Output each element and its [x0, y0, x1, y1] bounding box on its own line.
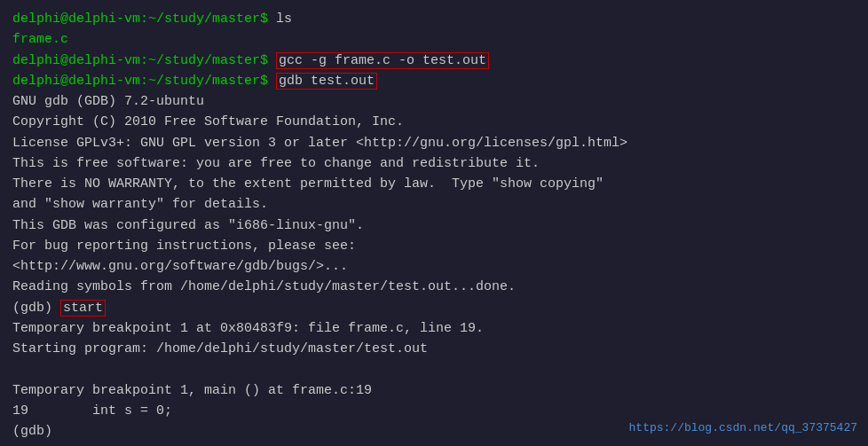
gdb-prompt-15: (gdb) [12, 301, 60, 316]
line-20: 19 int s = 0; [12, 401, 856, 421]
cmd-1: ls [268, 12, 292, 27]
prompt-1: delphi@delphi-vm:~/study/master$ [12, 12, 268, 27]
line-11: This GDB was configured as "i686-linux-g… [12, 215, 856, 236]
line-2-filename: frame.c [12, 29, 856, 50]
line-10: and "show warranty" for details. [12, 194, 856, 215]
line-7: License GPLv3+: GNU GPL version 3 or lat… [12, 133, 856, 153]
line-19: Temporary breakpoint 1, main () at frame… [12, 380, 856, 401]
line-9: There is NO WARRANTY, to the extent perm… [12, 174, 856, 194]
line-16: Temporary breakpoint 1 at 0x80483f9: fil… [12, 318, 856, 339]
empty-line [12, 359, 856, 379]
prompt-4: delphi@delphi-vm:~/study/master$ [12, 74, 268, 89]
gcc-command: gcc -g frame.c -o test.out [276, 52, 489, 69]
line-17: Starting program: /home/delphi/study/mas… [12, 339, 856, 359]
terminal-window: delphi@delphi-vm:~/study/master$ ls fram… [0, 0, 868, 446]
space-4 [268, 74, 276, 89]
line-12: For bug reporting instructions, please s… [12, 236, 856, 256]
line-1: delphi@delphi-vm:~/study/master$ ls [12, 9, 856, 29]
watermark: https://blog.csdn.net/qq_37375427 [629, 419, 857, 437]
line-5: GNU gdb (GDB) 7.2-ubuntu [12, 91, 856, 112]
gdb-command: gdb test.out [276, 73, 377, 90]
line-8: This is free software: you are free to c… [12, 153, 856, 174]
start-command: start [60, 300, 106, 317]
prompt-3: delphi@delphi-vm:~/study/master$ [12, 53, 268, 68]
line-15: (gdb) start [12, 298, 856, 318]
line-13: <http://www.gnu.org/software/gdb/bugs/>.… [12, 256, 856, 277]
line-6: Copyright (C) 2010 Free Software Foundat… [12, 112, 856, 132]
line-3: delphi@delphi-vm:~/study/master$ gcc -g … [12, 51, 856, 71]
line-14: Reading symbols from /home/delphi/study/… [12, 277, 856, 297]
space-3 [268, 53, 276, 68]
line-4: delphi@delphi-vm:~/study/master$ gdb tes… [12, 71, 856, 91]
